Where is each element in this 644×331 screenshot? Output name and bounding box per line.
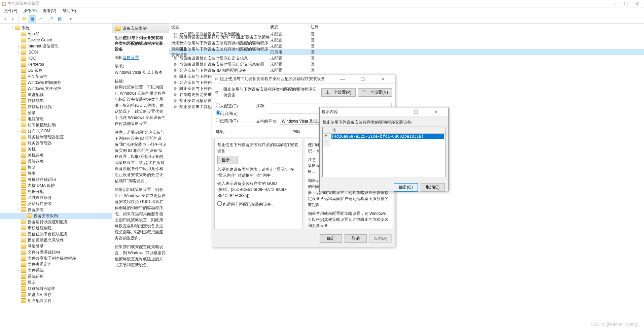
dlg-maximize-icon[interactable]: ☐	[356, 76, 369, 82]
tree-item[interactable]: 设备运行状况证明服务	[0, 219, 112, 225]
tree-device-install-restrict[interactable]: 设备安装限制	[0, 213, 112, 219]
tree-item[interactable]: ›分布式 COM	[0, 128, 112, 134]
tree-item[interactable]: 服务器管理器	[0, 140, 112, 146]
config-icon	[173, 35, 178, 40]
export-button[interactable]: ↗	[37, 15, 44, 23]
tree-item[interactable]: ›电源管理	[0, 116, 112, 122]
radio-disabled[interactable]: 已禁用(D)	[216, 118, 249, 124]
tree-item[interactable]: 系统还原	[0, 273, 112, 279]
tree-item[interactable]: 登录	[0, 110, 112, 116]
show-ok-button[interactable]: 确定(O)	[394, 183, 418, 192]
config-icon	[173, 56, 178, 61]
tree-item[interactable]: 文件夹重定向	[0, 261, 112, 267]
tree-item[interactable]: Windows 时间服务	[0, 79, 112, 86]
help-button[interactable]: ?	[48, 15, 55, 23]
tree-item[interactable]: 文件分类基础结构	[0, 249, 112, 255]
col-setting[interactable]: 设置	[169, 24, 270, 30]
tree-item[interactable]: ›文件系统	[0, 267, 112, 273]
show-close-icon[interactable]: ✕	[429, 109, 443, 115]
tree-item[interactable]: 存储运行状况	[0, 104, 112, 110]
grid-row[interactable]: ▶	[323, 134, 445, 140]
maximize-icon[interactable]: ☐	[624, 1, 629, 6]
show-cancel-button[interactable]: 取消(C)	[421, 183, 445, 192]
tree-root[interactable]: ˅ 系统	[0, 25, 112, 31]
tree-item[interactable]: ›疑难解答和诊断	[0, 286, 112, 292]
tree-item[interactable]: 磁盘配额	[0, 92, 112, 98]
tree-item[interactable]: ›iSCSI	[0, 49, 112, 55]
menu-view[interactable]: 查看(V)	[40, 7, 59, 14]
tree-item[interactable]: Windows 文件保护	[0, 86, 112, 92]
prev-setting-button[interactable]: 上一个设置(P)	[321, 88, 356, 97]
gear-icon: ⚙	[214, 77, 218, 81]
policy-cancel-button[interactable]: 取消	[345, 234, 367, 243]
col-comment[interactable]: 注释	[311, 24, 644, 30]
menu-action[interactable]: 操作(A)	[21, 7, 39, 14]
back-button[interactable]: ◄	[1, 15, 9, 23]
tree-item[interactable]: KDC	[0, 55, 112, 61]
grid-col-value[interactable]: 值	[330, 127, 445, 133]
menu-file[interactable]: 文件(F)	[1, 7, 20, 14]
show-dialog-titlebar[interactable]: 显示内容 ☐ ✕	[320, 107, 448, 117]
up-button[interactable]: 📁	[21, 15, 28, 23]
policy-dialog-titlebar[interactable]: ⚙ 阻止使用与下列设备安装程序类相匹配的驱动程序安装设备 — ☐ ✕	[212, 74, 395, 84]
tree-item[interactable]: 存储感知	[0, 98, 112, 104]
show-tree-button[interactable]: ▦	[29, 15, 36, 23]
tree-item[interactable]: ›驱动程序安装	[0, 201, 112, 207]
tree-item[interactable]: OS 策略	[0, 67, 112, 73]
edit-policy-link[interactable]: 策略设置	[123, 55, 139, 60]
grid-row-new[interactable]: *	[323, 140, 445, 147]
tree-item[interactable]: 审核过程创建	[0, 225, 112, 231]
tree-item[interactable]: 脚本	[0, 170, 112, 176]
col-state[interactable]: 状态	[270, 24, 311, 30]
tree-item[interactable]: 内核 DMA 保护	[0, 183, 112, 189]
settings-row[interactable]: 允许安装与下列设备 ID 相匹配的设备未配置否	[169, 67, 644, 73]
filter-button[interactable]: ▼	[67, 15, 74, 23]
value-input[interactable]	[331, 134, 444, 139]
next-setting-button[interactable]: 下一个设置(N)	[358, 88, 392, 97]
radio-not-configured[interactable]: 未配置(C)	[216, 103, 249, 109]
values-grid[interactable]: 值 ▶ *	[322, 127, 445, 177]
settings-row[interactable]: 阻止使用与下列设备安装程序类相匹配的驱动程序安装设备已启用否	[169, 49, 644, 55]
tree-item[interactable]: 访问被拒绝协助	[0, 122, 112, 128]
tree-item[interactable]: 硬盘 NV 缓存	[0, 292, 112, 298]
menu-help[interactable]: 帮助(H)	[60, 7, 79, 14]
settings-row[interactable]: 当策略设置禁止安装时显示自定义信息未配置否	[169, 55, 644, 61]
dlg-minimize-icon[interactable]: —	[336, 76, 349, 82]
tree-item[interactable]: 提前启动反恶意软件	[0, 237, 112, 243]
radio-enabled[interactable]: 已启用(E)	[216, 110, 249, 117]
forward-button[interactable]: ►	[9, 15, 17, 23]
close-icon[interactable]: ✕	[635, 1, 639, 6]
config-icon	[173, 98, 178, 103]
tree-item[interactable]: 服务控制管理器设置	[0, 134, 112, 140]
tree-item[interactable]: 显示	[0, 279, 112, 286]
tree-item[interactable]: 关机选项	[0, 152, 112, 158]
tree-item[interactable]: 恢复	[0, 164, 112, 170]
props-button[interactable]: ▤	[56, 15, 63, 23]
tree-item[interactable]: Device Guard	[0, 37, 112, 43]
tree-item[interactable]: 受信任的平台模块服务	[0, 231, 112, 237]
tree-item[interactable]: ›Internet 通信管理	[0, 43, 112, 49]
tree-item[interactable]: 区域设置服务	[0, 195, 112, 201]
config-icon	[173, 92, 178, 97]
show-contents-dialog: 显示内容 ☐ ✕ 禁止使用下列设备安装程序类的驱动程序安装设备: 值 ▶ * 确…	[319, 107, 449, 191]
policy-ok-button[interactable]: 确定	[320, 234, 342, 243]
tree-item[interactable]: Kerberos	[0, 61, 112, 67]
tree-item[interactable]: 凭据分配	[0, 189, 112, 195]
tree-item[interactable]: 关机	[0, 146, 112, 152]
tree-item[interactable]: 网络登录	[0, 243, 112, 249]
show-maximize-icon[interactable]: ☐	[409, 109, 423, 115]
tree-item[interactable]: 可移动存储访问	[0, 176, 112, 183]
policy-apply-button[interactable]: 应用(A)	[369, 234, 392, 243]
dlg-close-icon[interactable]: ✕	[376, 76, 390, 82]
minimize-icon[interactable]: —	[613, 1, 617, 6]
apply-installed-checkbox[interactable]: 也适用于匹配已安装的设备。	[217, 202, 275, 207]
settings-row[interactable]: 当策略设置禁止设备安装时显示自定义信息标题未配置否	[169, 61, 644, 67]
tree-pane[interactable]: ˅ 系统 App-V Device Guard›Internet 通信管理›iS…	[0, 24, 112, 331]
tree-item[interactable]: 缓解选项	[0, 158, 112, 164]
show-button[interactable]: 显示...	[217, 156, 238, 164]
tree-item[interactable]: App-V	[0, 31, 112, 37]
tree-item[interactable]: 文件共享影子副本提供程序	[0, 255, 112, 261]
tree-device-install[interactable]: ˅ 设备安装	[0, 207, 112, 213]
tree-item[interactable]: PIN 复杂性	[0, 73, 112, 79]
tree-item[interactable]: 用户配置文件	[0, 298, 112, 304]
